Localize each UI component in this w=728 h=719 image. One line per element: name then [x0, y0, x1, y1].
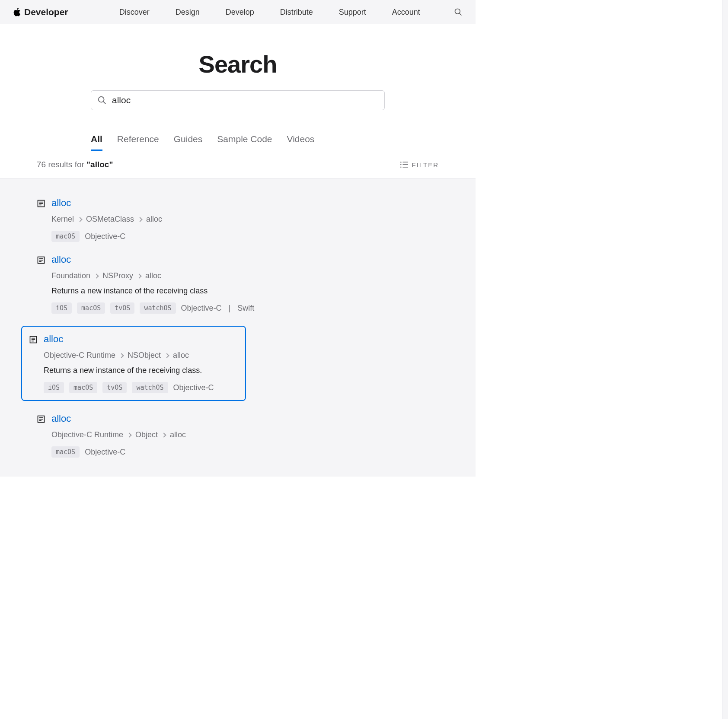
document-icon [37, 256, 45, 264]
search-input[interactable] [112, 95, 378, 105]
result-icon [37, 199, 45, 208]
nav-links: Discover Design Develop Distribute Suppo… [86, 8, 454, 17]
language-label: Objective-C [85, 448, 125, 457]
apple-logo-icon [13, 8, 21, 16]
filter-icon [399, 161, 408, 169]
result-icon [37, 256, 45, 264]
svg-point-0 [455, 9, 460, 14]
platform-pill: watchOS [132, 382, 168, 393]
result-tags: iOSmacOStvOSwatchOSObjective-C [44, 382, 236, 393]
result-description: Returns a new instance of the receiving … [44, 366, 236, 375]
language-label: Objective-C [181, 304, 222, 313]
document-icon [37, 415, 45, 423]
result-title[interactable]: alloc [44, 334, 236, 345]
results-list: allocKernelOSMetaClassallocmacOSObjectiv… [0, 178, 476, 477]
chevron-right-icon [137, 274, 141, 278]
result-item: allocObjective-C RuntimeObjectallocmacOS… [0, 407, 476, 464]
platform-pill: watchOS [140, 302, 176, 314]
language-label: Swift [237, 304, 254, 313]
nav-link-account[interactable]: Account [392, 8, 420, 17]
result-icon [29, 335, 38, 344]
result-tags: macOSObjective-C [51, 231, 439, 242]
tab-sample-code[interactable]: Sample Code [217, 134, 272, 151]
divider: | [229, 304, 231, 313]
breadcrumb-segment[interactable]: Object [135, 430, 158, 439]
nav-link-design[interactable]: Design [176, 8, 200, 17]
results-bar: 76 results for "alloc" FILTER [0, 151, 476, 178]
chevron-right-icon [164, 353, 169, 358]
breadcrumb-segment[interactable]: NSProxy [102, 271, 133, 280]
breadcrumb-segment[interactable]: OSMetaClass [86, 215, 134, 224]
language-label: Objective-C [85, 232, 125, 241]
search-icon[interactable] [454, 8, 463, 16]
result-title[interactable]: alloc [51, 254, 439, 265]
breadcrumb: FoundationNSProxyalloc [51, 271, 439, 280]
result-title[interactable]: alloc [51, 197, 439, 209]
tab-all[interactable]: All [91, 134, 102, 151]
breadcrumb-segment[interactable]: Kernel [51, 215, 74, 224]
platform-pill: tvOS [102, 382, 127, 393]
result-tags: iOSmacOStvOSwatchOSObjective-C|Swift [51, 302, 439, 314]
svg-point-6 [401, 164, 402, 165]
result-item: allocFoundationNSProxyallocReturns a new… [0, 248, 476, 320]
nav-link-support[interactable]: Support [339, 8, 366, 17]
platform-pill: macOS [51, 231, 80, 242]
document-icon [29, 335, 38, 344]
platform-pill: iOS [44, 382, 64, 393]
result-item: allocKernelOSMetaClassallocmacOSObjectiv… [0, 191, 476, 248]
result-description: Returns a new instance of the receiving … [51, 286, 439, 296]
nav-link-develop[interactable]: Develop [226, 8, 254, 17]
result-icon [37, 415, 45, 423]
breadcrumb-segment[interactable]: Objective-C Runtime [44, 351, 115, 360]
chevron-right-icon [119, 353, 124, 358]
nav-link-distribute[interactable]: Distribute [280, 8, 313, 17]
platform-pill: iOS [51, 302, 72, 314]
breadcrumb-segment[interactable]: NSObject [128, 351, 161, 360]
tab-reference[interactable]: Reference [117, 134, 159, 151]
breadcrumb-segment[interactable]: Objective-C Runtime [51, 430, 123, 439]
platform-pill: macOS [77, 302, 105, 314]
platform-pill: macOS [51, 446, 80, 458]
chevron-right-icon [94, 274, 99, 278]
top-nav: Developer Discover Design Develop Distri… [0, 0, 476, 24]
search-icon [97, 95, 107, 105]
platform-pill: macOS [69, 382, 97, 393]
document-icon [37, 199, 45, 208]
nav-link-discover[interactable]: Discover [119, 8, 150, 17]
filter-button[interactable]: FILTER [399, 161, 439, 169]
breadcrumb-segment[interactable]: alloc [146, 215, 162, 224]
svg-point-4 [401, 162, 402, 163]
tabs: All Reference Guides Sample Code Videos [91, 134, 385, 151]
svg-point-2 [99, 97, 104, 102]
breadcrumb-segment[interactable]: alloc [170, 430, 186, 439]
breadcrumb: Objective-C RuntimeNSObjectalloc [44, 351, 236, 360]
highlighted-card: allocObjective-C RuntimeNSObjectallocRet… [21, 326, 246, 401]
language-label: Objective-C [173, 383, 214, 392]
breadcrumb-segment[interactable]: alloc [145, 271, 161, 280]
breadcrumb-segment[interactable]: alloc [173, 351, 189, 360]
result-count: 76 results for "alloc" [37, 160, 113, 169]
hero: Search All Reference Guides Sample Code … [0, 24, 476, 151]
chevron-right-icon [77, 217, 82, 222]
brand-text: Developer [24, 7, 68, 17]
result-title[interactable]: alloc [51, 413, 439, 424]
svg-point-8 [401, 167, 402, 168]
tab-guides[interactable]: Guides [174, 134, 203, 151]
platform-pill: tvOS [110, 302, 134, 314]
result-item: allocObjective-C RuntimeNSObjectallocRet… [0, 320, 476, 407]
breadcrumb: Objective-C RuntimeObjectalloc [51, 430, 439, 439]
tab-videos[interactable]: Videos [287, 134, 315, 151]
svg-line-1 [460, 13, 462, 16]
breadcrumb: KernelOSMetaClassalloc [51, 215, 439, 224]
page-title: Search [0, 50, 476, 78]
chevron-right-icon [161, 433, 166, 437]
brand[interactable]: Developer [13, 7, 68, 17]
chevron-right-icon [137, 217, 142, 222]
chevron-right-icon [127, 433, 131, 437]
svg-line-3 [103, 102, 106, 104]
breadcrumb-segment[interactable]: Foundation [51, 271, 90, 280]
search-box[interactable] [91, 90, 385, 110]
result-tags: macOSObjective-C [51, 446, 439, 458]
